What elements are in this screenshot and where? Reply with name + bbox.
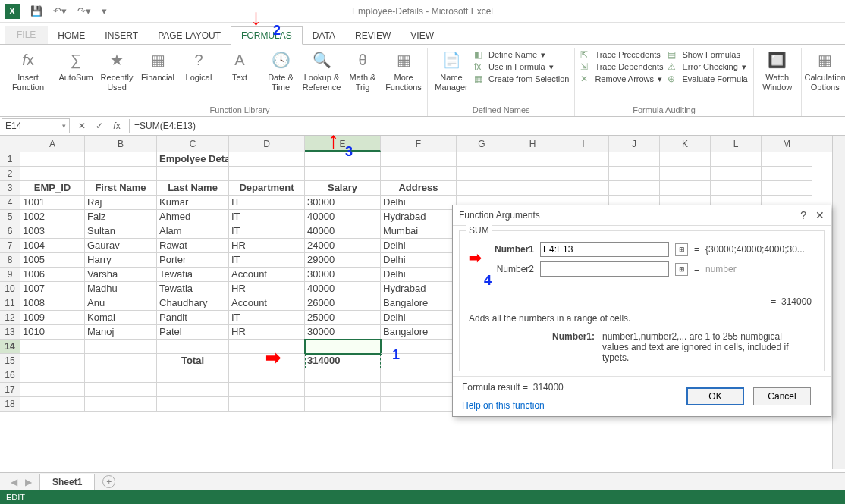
cell[interactable] xyxy=(660,167,711,181)
cell[interactable]: Last Name xyxy=(157,181,229,196)
cell[interactable]: Sultan xyxy=(85,224,157,239)
cell[interactable] xyxy=(609,181,660,196)
math-button[interactable]: θMath & Trig xyxy=(344,48,381,92)
cell[interactable] xyxy=(20,397,85,412)
cell[interactable]: 1006 xyxy=(20,268,85,282)
define-name-button[interactable]: ◧Define Name ▾ xyxy=(474,49,569,60)
cell[interactable]: Kumar xyxy=(157,196,229,210)
cell[interactable] xyxy=(157,383,229,397)
cell[interactable]: 1002 xyxy=(20,210,85,224)
row-header-18[interactable]: 18 xyxy=(0,397,20,412)
show-formulas-button[interactable]: ▤Show Formulas xyxy=(668,49,747,60)
col-header-J[interactable]: J xyxy=(609,136,660,152)
cell[interactable] xyxy=(711,167,762,181)
cell[interactable]: Porter xyxy=(157,253,229,268)
row-header-12[interactable]: 12 xyxy=(0,311,20,325)
cell[interactable] xyxy=(85,152,157,167)
help-icon[interactable]: ? xyxy=(800,209,806,221)
cell[interactable] xyxy=(229,152,305,167)
tab-page-layout[interactable]: PAGE LAYOUT xyxy=(148,27,231,44)
cell[interactable] xyxy=(381,368,457,383)
cell[interactable] xyxy=(20,167,85,181)
insert-function-button[interactable]: fxInsert Function xyxy=(10,48,46,92)
cell[interactable] xyxy=(457,181,507,196)
tab-insert[interactable]: INSERT xyxy=(95,27,148,44)
tab-file[interactable]: FILE xyxy=(5,26,48,44)
cell[interactable] xyxy=(157,397,229,412)
cell[interactable]: Department xyxy=(229,181,305,196)
row-header-16[interactable]: 16 xyxy=(0,368,20,383)
cell[interactable]: Madhu xyxy=(85,282,157,296)
datetime-button[interactable]: 🕓Date & Time xyxy=(262,48,299,92)
cell[interactable] xyxy=(229,368,305,383)
cell[interactable] xyxy=(85,397,157,412)
cell[interactable] xyxy=(305,340,381,354)
cell[interactable]: Tewatia xyxy=(157,282,229,296)
cell[interactable] xyxy=(457,152,507,167)
row-header-10[interactable]: 10 xyxy=(0,282,20,296)
row-header-6[interactable]: 6 xyxy=(0,224,20,239)
cell[interactable]: Ahmed xyxy=(157,210,229,224)
calc-options-button[interactable]: ▦Calculation Options xyxy=(807,48,843,92)
row-header-5[interactable]: 5 xyxy=(0,210,20,224)
cell[interactable] xyxy=(457,167,507,181)
cell[interactable]: Raj xyxy=(85,196,157,210)
cell[interactable] xyxy=(229,340,305,354)
evaluate-formula-button[interactable]: ⊕Evaluate Formula xyxy=(668,74,747,84)
cell[interactable] xyxy=(507,152,558,167)
cell[interactable]: Gaurav xyxy=(85,239,157,253)
select-all-corner[interactable] xyxy=(0,136,20,152)
col-header-D[interactable]: D xyxy=(229,136,305,152)
lookup-button[interactable]: 🔍Lookup & Reference xyxy=(303,48,340,92)
cell[interactable]: 30000 xyxy=(305,268,381,282)
cell[interactable] xyxy=(762,152,812,167)
remove-arrows-button[interactable]: ✕Remove Arrows ▾ xyxy=(580,74,663,84)
cell[interactable]: 30000 xyxy=(305,325,381,340)
cell[interactable]: Alam xyxy=(157,224,229,239)
cell[interactable] xyxy=(85,354,157,368)
cell[interactable]: 26000 xyxy=(305,296,381,311)
cell[interactable]: First Name xyxy=(85,181,157,196)
row-header-4[interactable]: 4 xyxy=(0,196,20,210)
cancel-icon[interactable]: ✕ xyxy=(74,121,90,131)
col-header-K[interactable]: K xyxy=(660,136,711,152)
logical-button[interactable]: ?Logical xyxy=(181,48,217,83)
cell[interactable]: Account xyxy=(229,296,305,311)
cell[interactable] xyxy=(660,152,711,167)
recently-used-button[interactable]: ★Recently Used xyxy=(99,48,135,92)
cell[interactable] xyxy=(711,181,762,196)
cell[interactable] xyxy=(157,368,229,383)
use-in-formula-button[interactable]: fxUse in Formula ▾ xyxy=(474,61,569,72)
cell[interactable]: 25000 xyxy=(305,311,381,325)
cell[interactable] xyxy=(20,340,85,354)
cell[interactable] xyxy=(711,152,762,167)
cell[interactable]: Account xyxy=(229,268,305,282)
fx-icon[interactable]: fx xyxy=(109,121,124,131)
cell[interactable]: 1004 xyxy=(20,239,85,253)
tab-data[interactable]: DATA xyxy=(303,27,345,44)
cell[interactable] xyxy=(381,152,457,167)
cell[interactable] xyxy=(20,383,85,397)
row-header-15[interactable]: 15 xyxy=(0,354,20,368)
cell[interactable] xyxy=(558,181,609,196)
row-header-8[interactable]: 8 xyxy=(0,253,20,268)
text-button[interactable]: AText xyxy=(221,48,258,83)
tab-home[interactable]: HOME xyxy=(48,27,95,44)
col-header-H[interactable]: H xyxy=(507,136,558,152)
cell[interactable]: HR xyxy=(229,239,305,253)
name-box[interactable]: E14 xyxy=(2,118,70,133)
add-sheet-button[interactable]: + xyxy=(102,475,115,488)
quick-access-toolbar[interactable]: 💾 ↶▾ ↷▾ ▾ xyxy=(30,5,107,17)
cell[interactable]: Hydrabad xyxy=(381,210,457,224)
cell[interactable]: Delhi xyxy=(381,253,457,268)
row-header-17[interactable]: 17 xyxy=(0,383,20,397)
cell[interactable]: 1001 xyxy=(20,196,85,210)
row-header-13[interactable]: 13 xyxy=(0,325,20,340)
cell[interactable] xyxy=(305,397,381,412)
row-header-7[interactable]: 7 xyxy=(0,239,20,253)
financial-button[interactable]: ▦Financial xyxy=(140,48,176,83)
cell[interactable] xyxy=(305,167,381,181)
number1-input[interactable] xyxy=(540,242,669,257)
cell[interactable]: IT xyxy=(229,253,305,268)
cell[interactable]: 40000 xyxy=(305,224,381,239)
